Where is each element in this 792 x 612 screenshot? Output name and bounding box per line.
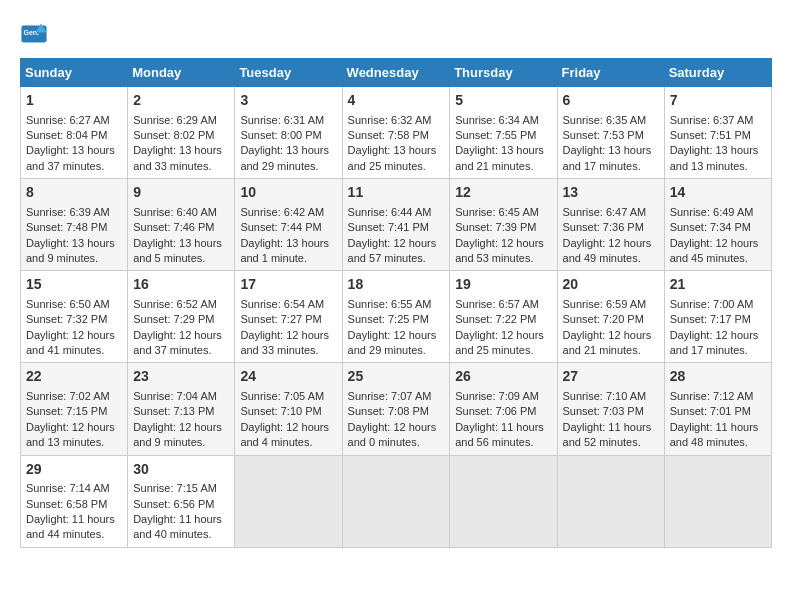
calendar-cell: 2Sunrise: 6:29 AMSunset: 8:02 PMDaylight…	[128, 87, 235, 179]
day-number: 3	[240, 91, 336, 111]
day-info-line: and 45 minutes.	[670, 251, 766, 266]
day-info-line: Sunset: 7:03 PM	[563, 404, 659, 419]
day-info-line: Sunset: 7:48 PM	[26, 220, 122, 235]
day-info-line: and 9 minutes.	[133, 435, 229, 450]
day-info-line: and 13 minutes.	[670, 159, 766, 174]
day-info-line: Sunrise: 6:27 AM	[26, 113, 122, 128]
logo: Gen.	[20, 20, 52, 48]
day-info-line: Sunrise: 7:07 AM	[348, 389, 445, 404]
day-info-line: Sunset: 8:02 PM	[133, 128, 229, 143]
calendar-cell: 17Sunrise: 6:54 AMSunset: 7:27 PMDayligh…	[235, 271, 342, 363]
day-number: 9	[133, 183, 229, 203]
day-info-line: Daylight: 11 hours	[26, 512, 122, 527]
day-info-line: and 13 minutes.	[26, 435, 122, 450]
column-header-tuesday: Tuesday	[235, 59, 342, 87]
day-number: 5	[455, 91, 551, 111]
column-header-wednesday: Wednesday	[342, 59, 450, 87]
day-info-line: and 44 minutes.	[26, 527, 122, 542]
day-info-line: and 5 minutes.	[133, 251, 229, 266]
day-info-line: Sunset: 7:55 PM	[455, 128, 551, 143]
day-number: 6	[563, 91, 659, 111]
day-info-line: Daylight: 12 hours	[455, 236, 551, 251]
day-info-line: Sunset: 7:13 PM	[133, 404, 229, 419]
calendar-week-row: 29Sunrise: 7:14 AMSunset: 6:58 PMDayligh…	[21, 455, 772, 547]
day-number: 28	[670, 367, 766, 387]
day-info-line: Sunrise: 6:29 AM	[133, 113, 229, 128]
day-info-line: Daylight: 12 hours	[563, 236, 659, 251]
calendar-cell: 25Sunrise: 7:07 AMSunset: 7:08 PMDayligh…	[342, 363, 450, 455]
day-info-line: Sunset: 7:06 PM	[455, 404, 551, 419]
day-info-line: Sunrise: 7:12 AM	[670, 389, 766, 404]
calendar-cell	[450, 455, 557, 547]
day-info-line: and 40 minutes.	[133, 527, 229, 542]
day-info-line: Sunset: 7:51 PM	[670, 128, 766, 143]
day-info-line: Daylight: 11 hours	[670, 420, 766, 435]
day-info-line: Sunrise: 6:44 AM	[348, 205, 445, 220]
day-info-line: and 21 minutes.	[563, 343, 659, 358]
day-number: 20	[563, 275, 659, 295]
day-info-line: Sunset: 7:46 PM	[133, 220, 229, 235]
calendar-week-row: 22Sunrise: 7:02 AMSunset: 7:15 PMDayligh…	[21, 363, 772, 455]
day-info-line: Daylight: 11 hours	[563, 420, 659, 435]
day-number: 15	[26, 275, 122, 295]
day-info-line: Sunrise: 7:04 AM	[133, 389, 229, 404]
day-info-line: Sunrise: 6:45 AM	[455, 205, 551, 220]
calendar-cell: 21Sunrise: 7:00 AMSunset: 7:17 PMDayligh…	[664, 271, 771, 363]
calendar-cell: 29Sunrise: 7:14 AMSunset: 6:58 PMDayligh…	[21, 455, 128, 547]
day-info-line: Sunrise: 6:59 AM	[563, 297, 659, 312]
calendar-week-row: 8Sunrise: 6:39 AMSunset: 7:48 PMDaylight…	[21, 179, 772, 271]
day-info-line: Sunset: 7:32 PM	[26, 312, 122, 327]
day-info-line: Daylight: 13 hours	[563, 143, 659, 158]
day-info-line: Sunrise: 6:54 AM	[240, 297, 336, 312]
day-info-line: Daylight: 13 hours	[133, 236, 229, 251]
day-info-line: Sunrise: 7:09 AM	[455, 389, 551, 404]
day-info-line: Sunset: 7:17 PM	[670, 312, 766, 327]
day-info-line: Sunset: 7:34 PM	[670, 220, 766, 235]
calendar-cell: 12Sunrise: 6:45 AMSunset: 7:39 PMDayligh…	[450, 179, 557, 271]
calendar-cell	[235, 455, 342, 547]
day-info-line: Sunset: 7:58 PM	[348, 128, 445, 143]
day-info-line: Daylight: 12 hours	[26, 420, 122, 435]
calendar-cell: 19Sunrise: 6:57 AMSunset: 7:22 PMDayligh…	[450, 271, 557, 363]
calendar-week-row: 15Sunrise: 6:50 AMSunset: 7:32 PMDayligh…	[21, 271, 772, 363]
column-header-sunday: Sunday	[21, 59, 128, 87]
day-info-line: Sunset: 7:01 PM	[670, 404, 766, 419]
day-info-line: Sunrise: 6:35 AM	[563, 113, 659, 128]
day-info-line: Sunset: 7:08 PM	[348, 404, 445, 419]
day-info-line: Sunrise: 7:00 AM	[670, 297, 766, 312]
column-header-friday: Friday	[557, 59, 664, 87]
day-number: 25	[348, 367, 445, 387]
day-info-line: and 21 minutes.	[455, 159, 551, 174]
day-number: 10	[240, 183, 336, 203]
day-number: 1	[26, 91, 122, 111]
day-info-line: Sunset: 7:36 PM	[563, 220, 659, 235]
day-info-line: and 33 minutes.	[133, 159, 229, 174]
day-info-line: Daylight: 12 hours	[670, 236, 766, 251]
day-info-line: Sunset: 8:00 PM	[240, 128, 336, 143]
day-info-line: and 37 minutes.	[26, 159, 122, 174]
calendar-cell: 11Sunrise: 6:44 AMSunset: 7:41 PMDayligh…	[342, 179, 450, 271]
day-info-line: and 52 minutes.	[563, 435, 659, 450]
calendar-cell: 5Sunrise: 6:34 AMSunset: 7:55 PMDaylight…	[450, 87, 557, 179]
day-info-line: Daylight: 13 hours	[455, 143, 551, 158]
day-info-line: Sunset: 7:22 PM	[455, 312, 551, 327]
day-info-line: Sunset: 7:41 PM	[348, 220, 445, 235]
calendar-cell: 4Sunrise: 6:32 AMSunset: 7:58 PMDaylight…	[342, 87, 450, 179]
day-info-line: Daylight: 12 hours	[670, 328, 766, 343]
day-number: 13	[563, 183, 659, 203]
calendar-cell	[557, 455, 664, 547]
day-info-line: Daylight: 13 hours	[133, 143, 229, 158]
day-info-line: Daylight: 13 hours	[26, 143, 122, 158]
day-info-line: Sunset: 7:10 PM	[240, 404, 336, 419]
day-info-line: Sunrise: 7:15 AM	[133, 481, 229, 496]
day-info-line: Sunset: 7:20 PM	[563, 312, 659, 327]
calendar-cell: 7Sunrise: 6:37 AMSunset: 7:51 PMDaylight…	[664, 87, 771, 179]
day-info-line: and 41 minutes.	[26, 343, 122, 358]
day-info-line: Daylight: 12 hours	[240, 328, 336, 343]
day-info-line: Daylight: 13 hours	[670, 143, 766, 158]
day-info-line: Daylight: 12 hours	[563, 328, 659, 343]
day-info-line: Sunrise: 6:47 AM	[563, 205, 659, 220]
column-header-monday: Monday	[128, 59, 235, 87]
day-info-line: Sunrise: 6:42 AM	[240, 205, 336, 220]
calendar-cell: 10Sunrise: 6:42 AMSunset: 7:44 PMDayligh…	[235, 179, 342, 271]
